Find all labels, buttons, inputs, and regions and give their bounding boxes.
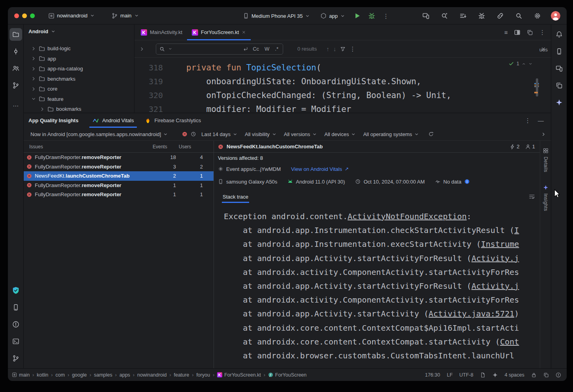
tree-item-feature[interactable]: feature xyxy=(24,94,134,104)
info-icon[interactable] xyxy=(464,179,470,184)
search-with-ai-icon[interactable] xyxy=(439,11,450,21)
tree-item-build-logic[interactable]: build-logic xyxy=(24,44,134,54)
next-problem-icon[interactable] xyxy=(528,62,533,66)
issue-row-selected[interactable]: NewsFeedKt.launchCustomChromeTab 2 1 xyxy=(24,171,214,181)
gemini-tool-button[interactable] xyxy=(553,96,565,109)
tree-item-core[interactable]: core xyxy=(24,84,134,94)
visibility-dropdown[interactable]: All visibility xyxy=(243,130,279,138)
column-events[interactable]: Events xyxy=(153,144,179,150)
more-run-options-icon[interactable]: ⋮ xyxy=(381,11,391,21)
tab-mainactivity[interactable]: MainActivity.kt xyxy=(136,25,187,40)
breadcrumb-item[interactable]: foryou xyxy=(196,372,210,378)
breadcrumb-item[interactable]: feature xyxy=(174,372,189,378)
editor-layout-icon[interactable] xyxy=(527,29,533,36)
lock-icon[interactable] xyxy=(531,372,537,378)
soft-wrap-icon[interactable] xyxy=(529,193,535,200)
breadcrumb-item[interactable]: nowinandroid xyxy=(137,372,166,378)
branch-selector[interactable]: main xyxy=(108,11,142,21)
read-only-icon[interactable] xyxy=(480,372,486,378)
breadcrumb-item[interactable]: kotlin xyxy=(37,372,48,378)
tab-firebase-crashlytics[interactable]: Firebase Crashlytics xyxy=(139,113,206,128)
stack-link[interactable]: Instrume xyxy=(481,239,519,249)
breadcrumb-item[interactable]: samples xyxy=(94,372,112,378)
user-avatar[interactable] xyxy=(551,11,560,21)
tree-item-app[interactable]: app xyxy=(24,54,134,64)
project-view-selector[interactable]: Android xyxy=(24,25,134,38)
notifications-tool-button[interactable] xyxy=(553,28,565,41)
minimize-window-button[interactable] xyxy=(22,13,27,18)
warning-stripe-mark[interactable] xyxy=(534,92,538,93)
issue-row[interactable]: FullyDrawnReporter.removeReporter 1 1 xyxy=(24,181,214,190)
side-tab-insights[interactable]: Insights xyxy=(543,193,548,211)
stack-link[interactable]: ActivityNotFoundException xyxy=(348,212,467,221)
previous-occurrence-icon[interactable]: ↑ xyxy=(326,45,329,52)
next-occurrence-icon[interactable]: ↓ xyxy=(333,45,337,52)
file-encoding[interactable]: UTF-8 xyxy=(460,372,473,378)
running-devices-tool-button[interactable] xyxy=(553,62,565,75)
insights-spark-icon[interactable] xyxy=(543,185,548,190)
search-input[interactable] xyxy=(176,46,240,52)
view-on-android-vitals-link[interactable]: View on Android Vitals xyxy=(291,166,342,172)
debug-button[interactable] xyxy=(367,11,377,21)
tab-android-vitals[interactable]: Android Vitals xyxy=(87,113,139,128)
device-manager-tool-button[interactable] xyxy=(9,301,22,314)
run-config-selector[interactable]: app xyxy=(317,11,348,21)
update-project-icon[interactable] xyxy=(458,11,468,21)
regex-toggle[interactable]: .* xyxy=(274,45,280,52)
split-editor-icon[interactable] xyxy=(514,29,520,36)
search-everywhere-icon[interactable] xyxy=(514,11,524,21)
breadcrumb-file[interactable]: ForYouScreen.kt xyxy=(217,372,261,378)
previous-problem-icon[interactable] xyxy=(522,62,526,66)
issue-row[interactable]: FullyDrawnReporter.removeReporter 18 4 xyxy=(24,153,214,162)
more-tool-windows-icon[interactable]: ⋯ xyxy=(9,99,22,112)
issue-row[interactable]: FullyDrawnReporter.removeReporter 1 1 xyxy=(24,190,214,199)
time-range-dropdown[interactable]: Last 14 days xyxy=(199,130,240,138)
device-selector[interactable]: Medium Phone API 35 xyxy=(240,11,313,21)
panel-options-icon[interactable]: ⋮ xyxy=(525,117,531,123)
status-info-icon[interactable] xyxy=(556,372,561,378)
run-button[interactable] xyxy=(352,11,363,21)
editor-scrollbar[interactable] xyxy=(536,78,538,97)
device-explorer-tool-button[interactable] xyxy=(553,45,565,58)
settings-gear-icon[interactable] xyxy=(532,11,543,21)
time-filter-icon[interactable] xyxy=(191,131,196,137)
caret-position[interactable]: 176:30 xyxy=(425,372,440,378)
column-issues[interactable]: Issues xyxy=(29,144,153,150)
breadcrumb-item[interactable]: apps xyxy=(119,372,130,378)
structure-list-icon[interactable]: ≡ xyxy=(504,29,508,35)
breadcrumb-item[interactable]: main xyxy=(12,372,30,378)
ai-assistant-icon[interactable] xyxy=(492,372,498,378)
multiline-search-icon[interactable] xyxy=(243,46,248,52)
branches-tool-button[interactable] xyxy=(9,79,22,92)
app-filter-dropdown[interactable]: Now in Android [com.google.samples.apps.… xyxy=(28,130,170,138)
project-selector[interactable]: nowinandroid xyxy=(45,11,98,21)
search-field[interactable]: Cc W .* xyxy=(156,44,283,55)
stack-link[interactable]: I xyxy=(514,225,519,235)
breadcrumb-function[interactable]: ForYouScreen xyxy=(268,372,306,378)
close-window-button[interactable] xyxy=(14,13,19,18)
app-quality-insights-tool-button[interactable] xyxy=(9,284,22,297)
hide-panel-icon[interactable]: — xyxy=(538,117,544,123)
plugins-icon[interactable] xyxy=(477,11,487,21)
pull-requests-tool-button[interactable] xyxy=(9,62,22,75)
whole-words-toggle[interactable]: W xyxy=(263,45,270,52)
column-users[interactable]: Users xyxy=(179,144,208,150)
devices-dropdown[interactable]: All devices xyxy=(322,130,358,138)
editor-more-options-icon[interactable]: ⋮ xyxy=(539,29,545,35)
search-filter-icon[interactable] xyxy=(340,46,346,52)
version-control-tool-button[interactable] xyxy=(9,352,22,365)
expand-search-icon[interactable] xyxy=(139,46,145,52)
terminal-tool-button[interactable] xyxy=(9,335,22,348)
tree-item-app-nia-catalog[interactable]: app-nia-catalog xyxy=(24,64,134,74)
layers-icon[interactable] xyxy=(543,372,549,378)
match-case-toggle[interactable]: Cc xyxy=(252,45,260,52)
indent-setting[interactable]: 4 spaces xyxy=(505,372,524,378)
versions-dropdown[interactable]: All versions xyxy=(282,130,319,138)
project-tool-button[interactable] xyxy=(9,28,22,41)
line-separator[interactable]: LF xyxy=(447,372,453,378)
os-dropdown[interactable]: All operating systems xyxy=(361,130,421,138)
refresh-icon[interactable] xyxy=(428,131,434,137)
maximize-window-button[interactable] xyxy=(30,13,35,18)
tree-item-bookmarks[interactable]: bookmarks xyxy=(24,104,134,113)
inspections-widget[interactable]: 1 xyxy=(509,61,533,66)
